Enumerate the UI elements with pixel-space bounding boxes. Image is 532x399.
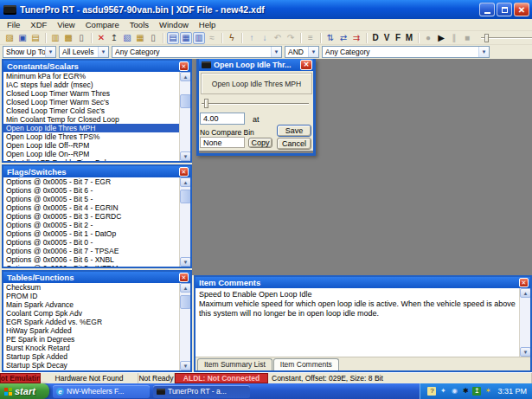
chevron-down-icon[interactable]: ▼ (98, 47, 108, 57)
compare-bin-combo[interactable]: None (200, 137, 245, 148)
list-item[interactable]: Minimum kPa for EGR% (3, 72, 179, 80)
flags-caption[interactable]: Flags/Switches ✕ (3, 166, 190, 177)
taskbar-item-tunerpro[interactable]: TunerPro RT - a... (153, 385, 250, 398)
list-item[interactable]: Options @ 0x0006 - Bit 6 - XNBL (3, 255, 179, 264)
move-up-icon[interactable]: ↑ (246, 32, 258, 44)
view-f-button[interactable]: F (393, 32, 403, 44)
tab[interactable]: Item Summary List (197, 358, 272, 370)
menu-item[interactable]: View (52, 20, 80, 29)
scroll-up-icon[interactable]: ▲ (180, 72, 190, 81)
flags-scrollbar[interactable]: ▲ ▼ (179, 177, 190, 267)
view-graph-icon[interactable]: ≈ (206, 32, 218, 44)
list-item[interactable]: HiWay Spark Added (3, 326, 179, 335)
close-bin-icon[interactable]: ▤ (29, 32, 42, 44)
chevron-down-icon[interactable]: ▼ (45, 47, 55, 57)
close-icon[interactable]: ✕ (179, 167, 189, 177)
list-item[interactable]: Min Coolant Temp for Closed Loop (3, 115, 179, 124)
scroll-up-icon[interactable]: ▲ (180, 283, 190, 293)
tab[interactable]: Item Comments (273, 358, 339, 370)
compare-icon[interactable]: ≡ (304, 32, 317, 44)
close-icon[interactable]: ✕ (179, 61, 189, 71)
list-item[interactable]: Checksum (3, 283, 179, 292)
menu-item[interactable]: Compare (80, 20, 125, 29)
list-item[interactable]: Open Loop Idle Off--RPM (3, 141, 179, 150)
antivirus-icon[interactable]: ✱ (461, 387, 470, 396)
emulation-speed-slider[interactable] (481, 33, 532, 43)
list-item[interactable]: Options @ 0x0006 - Bit 5 - INTRM (3, 264, 179, 267)
new-xdf-icon[interactable]: ▯ (75, 32, 87, 44)
list-item[interactable]: PE Spark in Degrees (3, 335, 179, 344)
close-button[interactable]: ✕ (514, 3, 529, 16)
list-item[interactable]: Open Loop Idle Thres MPH (3, 124, 179, 132)
menu-item[interactable]: File (2, 20, 25, 29)
save-xdf-icon[interactable]: ▩ (62, 32, 74, 44)
show-up-to-combo[interactable]: Show Up To ▼ (3, 46, 56, 58)
scroll-down-icon[interactable]: ▼ (520, 347, 530, 357)
category-combo-2[interactable]: Any Category ▼ (322, 46, 490, 58)
start-button[interactable]: start (0, 383, 49, 399)
view-constants-icon[interactable]: ▤ (167, 32, 179, 44)
import-icon[interactable]: ↥ (108, 32, 120, 44)
ime-indicator-icon[interactable]: ? (427, 387, 436, 396)
restore-button[interactable] (497, 3, 512, 16)
copy-button[interactable]: Copy (248, 138, 272, 148)
operator-combo[interactable]: AND ▼ (285, 46, 319, 58)
save-button[interactable]: Save (277, 125, 311, 137)
list-item[interactable]: Options @ 0x0005 - Bit 7 - EGR (3, 177, 179, 186)
comments-scrollbar[interactable]: ▲ ▼ (519, 288, 530, 357)
category-combo-1[interactable]: Any Category ▼ (112, 46, 282, 58)
list-item[interactable]: O.L. Idle AFR Enable Time Delay (3, 158, 179, 161)
menu-item[interactable]: Help (194, 20, 221, 29)
scroll-thumb[interactable] (180, 94, 190, 108)
scroll-thumb[interactable] (180, 190, 190, 203)
view-flags-icon[interactable]: ▦ (180, 32, 192, 44)
scroll-down-icon[interactable]: ▼ (180, 257, 190, 267)
scroll-thumb[interactable] (180, 295, 190, 309)
emu-verify-icon[interactable]: ⇉ (350, 32, 362, 44)
list-item[interactable]: Open Loop Idle Thres TPS% (3, 132, 179, 141)
scroll-down-icon[interactable]: ▼ (180, 151, 190, 161)
value-slider[interactable] (202, 99, 309, 108)
list-item[interactable]: Options @ 0x0005 - Bit 3 - EGRDC (3, 212, 179, 221)
chevron-down-icon[interactable]: ▼ (478, 47, 489, 57)
open-xdf-icon[interactable]: ▥ (49, 32, 61, 44)
new-item-icon[interactable]: ▯ (147, 32, 159, 44)
list-item[interactable]: Main Spark Advance (3, 300, 179, 309)
safely-remove-icon[interactable]: ✦ (439, 387, 447, 396)
list-item[interactable]: Closed Loop Timer Cold Sec's (3, 106, 179, 115)
pause-icon[interactable]: ∥ (448, 32, 460, 44)
list-item[interactable]: Closed Loop Timer Warm Thres (3, 89, 179, 98)
menu-item[interactable]: Window (154, 20, 194, 29)
undo-icon[interactable]: ↶ (272, 32, 284, 44)
cancel-button[interactable]: Cancel (277, 138, 311, 150)
view-tables-icon[interactable]: ▥ (193, 32, 205, 44)
view-v-button[interactable]: V (381, 32, 392, 44)
save-bin-icon[interactable]: ▣ (16, 32, 29, 44)
comments-caption[interactable]: Item Comments ✕ (195, 277, 530, 288)
scroll-down-icon[interactable]: ▼ (180, 361, 190, 370)
update-icon[interactable]: ↥ (472, 387, 481, 396)
close-icon[interactable]: ✕ (300, 60, 312, 70)
menu-item[interactable]: Tools (125, 20, 154, 29)
slider-thumb-icon[interactable] (484, 34, 489, 42)
tables-scrollbar[interactable]: ▲ ▼ (179, 283, 190, 370)
constants-scrollbar[interactable]: ▲ ▼ (179, 72, 190, 161)
list-item[interactable]: Closed Loop Timer Warm Sec's (3, 98, 179, 106)
list-item[interactable]: Startup Spk Decay Vals (3, 370, 179, 370)
menu-item[interactable]: XDF (25, 20, 52, 29)
slider-thumb-icon[interactable] (204, 99, 208, 108)
list-item[interactable]: Coolant Comp Spk Adv (3, 309, 179, 318)
redo-icon[interactable]: ↷ (285, 32, 297, 44)
emu-upload-icon[interactable]: ⇅ (324, 32, 337, 44)
play-icon[interactable]: ▶ (435, 32, 447, 44)
alert-icon[interactable]: ✶ (484, 387, 492, 396)
close-icon[interactable]: ✕ (519, 278, 529, 287)
clock[interactable]: 3:31 PM (497, 387, 527, 396)
close-icon[interactable]: ✕ (179, 273, 189, 282)
view-d-button[interactable]: D (370, 32, 381, 44)
chevron-down-icon[interactable]: ▼ (308, 47, 318, 57)
list-item[interactable]: Open Loop Idle On--RPM (3, 150, 179, 158)
window-titlebar[interactable]: TunerPro RT - asdu9567-90van.bin | XDF F… (0, 0, 532, 19)
record-icon[interactable]: ● (422, 32, 434, 44)
taskbar-item-browser[interactable]: e NW-Wheelers F... (53, 385, 150, 398)
